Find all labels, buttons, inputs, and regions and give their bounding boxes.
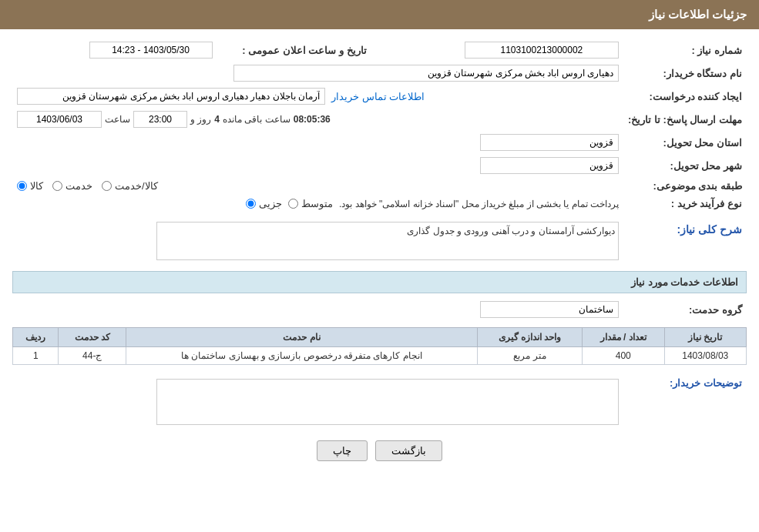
cell-unit: متر مربع [477,347,582,365]
cell-row-num: 1 [13,347,59,365]
service-group-table: گروه حدمت: [12,298,747,321]
requester-label: ایجاد کننده درخواست: [623,85,747,108]
announcement-date-label: تاریخ و ساعت اعلان عمومی : [217,38,371,62]
buyer-description-box[interactable] [156,379,619,425]
back-button[interactable]: بازگشت [375,440,442,461]
response-days-value: 4 [214,114,220,125]
response-date-input[interactable] [17,111,102,128]
need-desc-table: شرح کلی نیاز: دیوارکشی آرامستان و درب آه… [12,219,747,263]
table-row: 1403/08/03 400 متر مربع انجام کارهای متف… [13,347,747,365]
cell-service-name: انجام کارهای متفرقه درخصوص بازسازی و بهس… [126,347,478,365]
remaining-label: ساعت باقی مانده [223,114,291,125]
response-deadline-label: مهلت ارسال پاسخ: تا تاریخ: [623,108,747,131]
buyer-org-input[interactable] [233,65,619,82]
col-service-code: کد حدمت [59,328,126,347]
purchase-type-motavaset-radio[interactable] [288,199,298,209]
cell-quantity: 400 [583,347,664,365]
purchase-type-jazei-label: جزیی [259,198,282,209]
purchase-type-jazei-radio[interactable] [246,199,256,209]
category-kala-khadamat-radio[interactable] [102,181,112,191]
cell-service-code: ج-44 [59,347,126,365]
info-table: شماره نیاز : تاریخ و ساعت اعلان عمومی : … [12,38,747,212]
purchase-type-motavaset-option[interactable]: متوسط [288,198,333,209]
need-number-label: شماره نیاز : [623,38,747,62]
purchase-type-note: پرداخت تمام یا بخشی از مبلغ خریداز محل "… [339,199,619,209]
need-desc-label: شرح کلی نیاز: [623,219,747,263]
service-group-label: گروه حدمت: [623,298,747,321]
print-button[interactable]: چاپ [317,440,368,461]
response-time-label: ساعت [105,114,130,125]
service-group-input[interactable] [480,301,619,318]
delivery-province-input[interactable] [480,134,619,151]
delivery-city-label: شهر محل تحویل: [623,154,747,177]
category-khadamat-radio[interactable] [52,181,62,191]
category-label: طبقه بندی موضوعی: [623,177,747,195]
category-kala-option[interactable]: کالا [17,180,43,192]
response-time-input[interactable] [133,111,187,128]
category-khadamat-label: خدمت [65,180,92,192]
col-service-name: نام حدمت [126,328,478,347]
purchase-type-jazei-option[interactable]: جزیی [246,198,282,209]
purchase-type-motavaset-label: متوسط [301,198,333,209]
category-kala-khadamat-label: کالا/خدمت [115,180,158,192]
need-description-box: دیوارکشی آرامستان و درب آهنی ورودی و جدو… [156,222,619,260]
announcement-date-input[interactable] [89,42,213,59]
buyer-org-label: نام دستگاه خریدار: [623,62,747,85]
bottom-buttons: بازگشت چاپ [12,440,747,461]
services-section-title: اطلاعات خدمات مورد نیاز [12,271,747,293]
delivery-province-label: استان محل تحویل: [623,131,747,154]
need-description-text: دیوارکشی آرامستان و درب آهنی ورودی و جدو… [407,226,615,236]
need-number-input[interactable] [465,42,619,59]
buyer-desc-label: توضیحات خریدار: [623,373,747,428]
page-header: جزئیات اطلاعات نیاز [0,0,759,29]
category-khadamat-option[interactable]: خدمت [52,180,92,192]
buyer-desc-table: توضیحات خریدار: [12,373,747,428]
category-kala-radio[interactable] [17,181,27,191]
services-table: تاریخ نیاز تعداد / مقدار واحد اندازه گیر… [12,327,747,365]
delivery-city-input[interactable] [480,157,619,174]
col-unit: واحد اندازه گیری [477,328,582,347]
contact-link[interactable]: اطلاعات تماس خریدار [331,91,425,102]
category-kala-khadamat-option[interactable]: کالا/خدمت [102,180,158,192]
response-days-label: روز و [190,114,211,125]
col-row-num: ردیف [13,328,59,347]
cell-date: 1403/08/03 [664,347,747,365]
remaining-time-value: 08:05:36 [294,114,331,125]
category-kala-label: کالا [30,180,43,192]
col-date: تاریخ نیاز [664,328,747,347]
col-quantity: تعداد / مقدار [583,328,664,347]
requester-input[interactable] [17,88,325,105]
page-title: جزئیات اطلاعات نیاز [649,8,747,21]
purchase-type-label: نوع فرآیند خرید : [623,195,747,212]
